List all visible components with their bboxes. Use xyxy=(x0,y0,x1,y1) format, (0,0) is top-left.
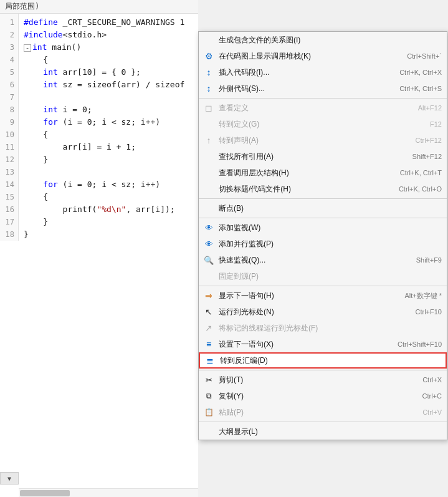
menu-item-paste[interactable]: 📋 粘贴(P) Ctrl+V xyxy=(199,404,447,420)
menu-item-set-next-stmt[interactable]: ≡ 设置下一语句(X) Ctrl+Shift+F10 xyxy=(199,336,447,352)
peek-icon: ◻ xyxy=(204,103,214,113)
menu-label-peek-def: 查看定义 xyxy=(219,103,249,113)
code-line-9: for (i = 0; i < sz; i++) xyxy=(24,116,194,128)
line-numbers: 1 2 3 4 5 6 7 8 9 10 11 12 13 14 15 16 1… xyxy=(0,14,19,241)
paste-icon: 📋 xyxy=(204,407,214,417)
callstack-icon: ⚙ xyxy=(204,51,214,61)
shortcut-goto-decl: Ctrl+F12 xyxy=(403,137,442,144)
menu-item-goto-def[interactable]: 转到定义(G) F12 xyxy=(199,116,447,132)
code-line-7 xyxy=(24,91,194,104)
menu-label-breakpoint: 断点(B) xyxy=(219,203,244,214)
menu-label-insert-snippet: 插入代码段(I)... xyxy=(219,67,269,78)
menu-label-show-call-stack: 在代码图上显示调用堆栈(K) xyxy=(219,51,311,62)
menu-item-peek-def[interactable]: ◻ 查看定义 Alt+F12 xyxy=(199,100,447,116)
menu-label-outline: 大纲显示(L) xyxy=(219,427,258,437)
menu-label-cut: 剪切(T) xyxy=(219,375,243,385)
code-line-10: { xyxy=(24,128,194,141)
code-line-5: int arr[10] = { 0 }; xyxy=(24,66,194,79)
shortcut-goto-def: F12 xyxy=(417,120,442,128)
shortcut-insert-snippet: Ctrl+K, Ctrl+X xyxy=(387,69,442,76)
menu-item-run-to-cursor[interactable]: ↖ 运行到光标处(N) Ctrl+F10 xyxy=(199,304,447,320)
menu-label-surround-with: 外侧代码(S)... xyxy=(219,84,265,94)
menu-label-run-thread-to-cursor: 将标记的线程运行到光标处(F) xyxy=(219,323,318,334)
menu-label-toggle-header: 切换标题/代码文件(H) xyxy=(219,184,291,195)
shortcut-show-call-stack: Ctrl+Shift+` xyxy=(394,52,442,60)
code-line-17: } xyxy=(24,216,194,228)
menu-label-goto-disasm: 转到反汇编(D) xyxy=(220,355,268,366)
menu-item-quick-watch[interactable]: 🔍 快速监视(Q)... Shift+F9 xyxy=(199,252,447,268)
quick-watch-icon: 🔍 xyxy=(204,255,214,265)
menu-item-show-next-stmt[interactable]: ⇒ 显示下一语句(H) Alt+数字键 * xyxy=(199,287,447,304)
code-editor[interactable]: 局部范围) 1 2 3 4 5 6 7 8 9 10 11 12 13 14 1… xyxy=(0,0,199,497)
separator-5 xyxy=(199,370,447,370)
set-stmt-icon: ≡ xyxy=(204,339,214,349)
dropdown-button[interactable]: ▼ xyxy=(0,472,19,485)
cut-icon: ✂ xyxy=(204,375,214,385)
menu-item-goto-disasm[interactable]: ≣ 转到反汇编(D) xyxy=(199,352,447,369)
menu-item-goto-decl[interactable]: ↑ 转到声明(A) Ctrl+F12 xyxy=(199,132,447,148)
shortcut-paste: Ctrl+V xyxy=(410,408,442,416)
menu-label-add-parallel-watch: 添加并行监视(P) xyxy=(219,239,274,249)
menu-item-outline[interactable]: 大纲显示(L) xyxy=(199,423,447,440)
menu-item-toggle-header[interactable]: 切换标题/代码文件(H) Ctrl+K, Ctrl+O xyxy=(199,181,447,197)
thread-run-icon: ↗ xyxy=(204,323,214,333)
menu-item-generate-dep[interactable]: 生成包含文件的关系图(I) xyxy=(199,32,447,48)
menu-label-set-next-stmt: 设置下一语句(X) xyxy=(219,339,274,350)
code-line-4: { xyxy=(24,54,194,66)
menu-item-call-hierarchy[interactable]: 查看调用层次结构(H) Ctrl+K, Ctrl+T xyxy=(199,165,447,181)
horizontal-scrollbar[interactable] xyxy=(19,488,199,497)
snippet-icon: ↕ xyxy=(204,67,214,77)
menu-label-goto-decl: 转到声明(A) xyxy=(219,135,259,146)
code-line-14: for (i = 0; i < sz; i++) xyxy=(24,178,194,191)
separator-3 xyxy=(199,218,447,218)
scrollbar-thumb[interactable] xyxy=(20,490,70,496)
code-line-1: #define _CRT_SECURE_NO_WARNINGS 1 xyxy=(24,16,194,29)
shortcut-toggle-header: Ctrl+K, Ctrl+O xyxy=(386,185,442,193)
surround-icon: ↕ xyxy=(204,84,214,94)
menu-item-cut[interactable]: ✂ 剪切(T) Ctrl+X xyxy=(199,372,447,388)
watch-icon: 👁 xyxy=(204,223,214,233)
menu-item-copy[interactable]: ⧉ 复制(Y) Ctrl+C xyxy=(199,388,447,404)
menu-label-copy: 复制(Y) xyxy=(219,391,244,402)
menu-item-insert-snippet[interactable]: ↕ 插入代码段(I)... Ctrl+K, Ctrl+X xyxy=(199,64,447,80)
code-line-15: { xyxy=(24,191,194,203)
context-menu[interactable]: 生成包含文件的关系图(I) ⚙ 在代码图上显示调用堆栈(K) Ctrl+Shif… xyxy=(198,31,447,440)
code-line-13 xyxy=(24,166,194,178)
menu-label-call-hierarchy: 查看调用层次结构(H) xyxy=(219,168,289,178)
code-line-3: -int main() xyxy=(24,41,194,54)
shortcut-show-next-stmt: Alt+数字键 * xyxy=(392,291,442,301)
menu-item-show-call-stack[interactable]: ⚙ 在代码图上显示调用堆栈(K) Ctrl+Shift+` xyxy=(199,48,447,64)
code-line-2: #include<stdio.h> xyxy=(24,29,194,41)
menu-item-add-parallel-watch[interactable]: 👁 添加并行监视(P) xyxy=(199,236,447,252)
shortcut-find-all-ref: Shift+F12 xyxy=(400,153,442,160)
run-cursor-icon: ↖ xyxy=(204,307,214,317)
disasm-icon: ≣ xyxy=(205,355,215,365)
shortcut-cut: Ctrl+X xyxy=(410,376,442,384)
separator-4 xyxy=(199,286,447,286)
code-line-16: printf("%d\n", arr[i]); xyxy=(24,203,194,216)
menu-item-breakpoint[interactable]: 断点(B) xyxy=(199,200,447,216)
code-line-6: int sz = sizeof(arr) / sizeof xyxy=(24,79,194,91)
menu-label-goto-def: 转到定义(G) xyxy=(219,119,259,130)
decl-icon: ↑ xyxy=(204,135,214,145)
menu-label-paste: 粘贴(P) xyxy=(219,407,244,418)
menu-label-show-next-stmt: 显示下一语句(H) xyxy=(219,291,274,301)
menu-item-find-all-ref[interactable]: 查找所有引用(A) Shift+F12 xyxy=(199,148,447,165)
menu-item-add-watch[interactable]: 👁 添加监视(W) xyxy=(199,220,447,236)
code-line-8: int i = 0; xyxy=(24,104,194,116)
menu-item-run-thread-to-cursor[interactable]: ↗ 将标记的线程运行到光标处(F) xyxy=(199,320,447,336)
shortcut-copy: Ctrl+C xyxy=(410,392,442,400)
parallel-watch-icon: 👁 xyxy=(204,239,214,249)
shortcut-surround-with: Ctrl+K, Ctrl+S xyxy=(387,85,442,92)
shortcut-run-to-cursor: Ctrl+F10 xyxy=(403,308,442,316)
menu-item-surround-with[interactable]: ↕ 外侧代码(S)... Ctrl+K, Ctrl+S xyxy=(199,80,447,97)
menu-label-run-to-cursor: 运行到光标处(N) xyxy=(219,307,274,317)
menu-item-pin-source[interactable]: 固定到源(P) xyxy=(199,268,447,284)
menu-label-quick-watch: 快速监视(Q)... xyxy=(219,255,265,266)
code-content-area[interactable]: #define _CRT_SECURE_NO_WARNINGS 1 #inclu… xyxy=(19,14,199,497)
shortcut-quick-watch: Shift+F9 xyxy=(404,256,442,264)
shortcut-call-hierarchy: Ctrl+K, Ctrl+T xyxy=(388,169,442,176)
copy-icon: ⧉ xyxy=(204,391,214,401)
code-line-11: arr[i] = i + 1; xyxy=(24,141,194,153)
shortcut-set-next-stmt: Ctrl+Shift+F10 xyxy=(385,340,442,348)
